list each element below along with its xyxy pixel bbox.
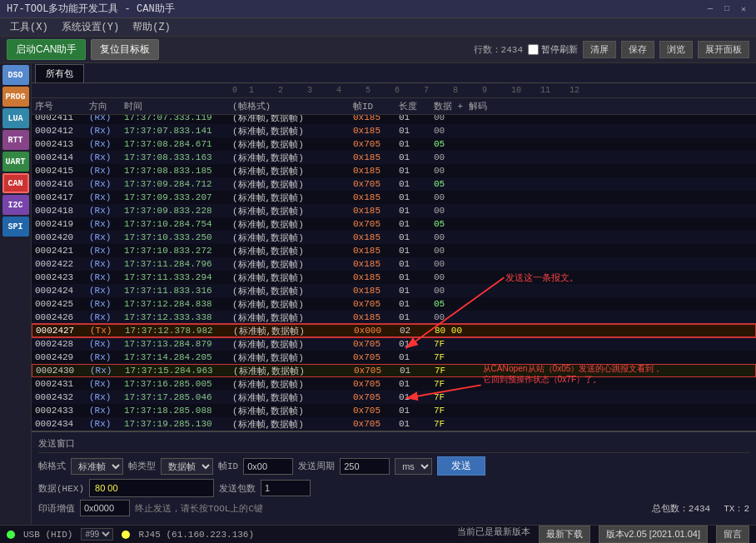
- table-row[interactable]: 0002415 (Rx) 17:37:08.833.185 (标准帧,数据帧) …: [32, 164, 756, 177]
- cell-seqno: 0002424: [35, 286, 89, 296]
- cell-id: 0x705: [353, 352, 399, 362]
- expand-panel-button[interactable]: 展开面板: [698, 41, 749, 58]
- column-numbers: 0 1 2 3 4 5 6 7 8 9 10 11 12: [32, 83, 756, 98]
- cell-time: 17:37:15.284.963: [125, 366, 233, 376]
- table-row[interactable]: 0002425 (Rx) 17:37:12.284.838 (标准帧,数据帧) …: [32, 297, 756, 311]
- table-row[interactable]: 0002417 (Rx) 17:37:09.333.207 (标准帧,数据帧) …: [32, 191, 756, 204]
- table-row[interactable]: 0002427 (Tx) 17:37:12.378.982 (标准帧,数据帧) …: [32, 324, 756, 337]
- sidebar-item-lua[interactable]: LUA: [2, 108, 29, 128]
- frame-type-select[interactable]: 数据帧: [161, 458, 213, 475]
- cell-id: 0x705: [353, 179, 399, 189]
- sidebar-item-uart[interactable]: UART: [2, 152, 29, 172]
- table-row[interactable]: 0002422 (Rx) 17:37:11.284.796 (标准帧,数据帧) …: [32, 257, 756, 271]
- table-row[interactable]: 0002421 (Rx) 17:37:10.833.272 (标准帧,数据帧) …: [32, 244, 756, 257]
- cell-len: 01: [399, 166, 434, 176]
- table-row[interactable]: 0002413 (Rx) 17:37:08.284.671 (标准帧,数据帧) …: [32, 137, 756, 151]
- feedback-btn[interactable]: 留言: [716, 526, 749, 543]
- version-btn[interactable]: 版本v2.05 [2021.01.04]: [599, 526, 708, 543]
- maximize-button[interactable]: □: [721, 3, 733, 15]
- send-button[interactable]: 发送: [437, 456, 485, 476]
- table-row[interactable]: 0002423 (Rx) 17:37:11.333.294 (标准帧,数据帧) …: [32, 271, 756, 284]
- sidebar-item-rtt[interactable]: RTT: [2, 130, 29, 150]
- title-bar: H7-TOOL多功能开发工具 - CAN助手 — □ ✕: [0, 0, 756, 18]
- pause-checkbox-label[interactable]: 暂停刷新: [528, 43, 578, 56]
- menu-tools[interactable]: 工具(X): [3, 18, 55, 36]
- cell-data: 00: [434, 259, 534, 269]
- clear-screen-button[interactable]: 清屏: [583, 41, 616, 58]
- device-num-select[interactable]: #99: [81, 528, 113, 541]
- col-4: 4: [336, 86, 366, 95]
- cell-data: 7F: [434, 392, 534, 402]
- table-row[interactable]: 0002418 (Rx) 17:37:09.833.228 (标准帧,数据帧) …: [32, 204, 756, 217]
- table-row[interactable]: 0002430 (Rx) 17:37:15.284.963 (标准帧,数据帧) …: [32, 364, 756, 377]
- content-area: 所有包 0 1 2 3 4 5 6 7 8 9 10 11 12 序号 方向 时…: [32, 63, 756, 525]
- cell-dir: (Tx): [90, 326, 125, 336]
- col-7: 7: [424, 86, 453, 95]
- cell-len: 02: [400, 326, 435, 336]
- cell-len: 01: [399, 419, 434, 429]
- cell-time: 17:37:19.285.130: [124, 419, 232, 429]
- cell-len: 01: [399, 139, 434, 149]
- minimize-button[interactable]: —: [704, 3, 716, 15]
- sidebar-item-can[interactable]: CAN: [2, 173, 29, 193]
- table-row[interactable]: 0002419 (Rx) 17:37:10.284.754 (标准帧,数据帧) …: [32, 217, 756, 231]
- col-0: 0: [232, 86, 249, 95]
- download-btn[interactable]: 最新下载: [539, 526, 590, 543]
- table-row[interactable]: 0002424 (Rx) 17:37:11.833.316 (标准帧,数据帧) …: [32, 284, 756, 297]
- cell-format: (标准帧,数据帧): [233, 325, 354, 337]
- sidebar-item-i2c[interactable]: I2C: [2, 195, 29, 215]
- rj45-label: RJ45 (61.160.223.136): [138, 530, 254, 540]
- cell-format: (标准帧,数据帧): [232, 165, 353, 177]
- table-row[interactable]: 0002434 (Rx) 17:37:19.285.130 (标准帧,数据帧) …: [32, 417, 756, 431]
- table-row[interactable]: 0002429 (Rx) 17:37:14.284.205 (标准帧,数据帧) …: [32, 351, 756, 364]
- save-button[interactable]: 保存: [621, 41, 654, 58]
- usb-status-dot: [7, 531, 15, 539]
- cell-format: (标准帧,数据帧): [232, 405, 353, 417]
- cell-id: 0x185: [353, 166, 399, 176]
- table-row[interactable]: 0002414 (Rx) 17:37:08.333.163 (标准帧,数据帧) …: [32, 151, 756, 164]
- sidebar-item-prog[interactable]: PROG: [2, 87, 29, 107]
- table-row[interactable]: 0002416 (Rx) 17:37:09.284.712 (标准帧,数据帧) …: [32, 177, 756, 191]
- cell-data: 00: [434, 206, 534, 216]
- cell-data: 80 00: [435, 326, 535, 336]
- frame-id-input[interactable]: [243, 458, 293, 475]
- data-hex-input[interactable]: [89, 479, 214, 497]
- frame-format-label: 帧格式: [38, 460, 66, 472]
- cell-time: 17:37:14.284.205: [124, 352, 232, 362]
- cell-len: 01: [399, 339, 434, 349]
- cell-id: 0x705: [353, 219, 399, 229]
- table-row[interactable]: 0002432 (Rx) 17:37:17.285.046 (标准帧,数据帧) …: [32, 391, 756, 404]
- send-status-row: 印语增值 终止发送，请长按TOOL上的C键 总包数：2434 TX：2: [38, 500, 749, 516]
- table-row[interactable]: 0002426 (Rx) 17:37:12.333.338 (标准帧,数据帧) …: [32, 311, 756, 324]
- reset-target-button[interactable]: 复位目标板: [91, 39, 159, 60]
- table-area[interactable]: 序号 方向 时间 (帧格式) 帧ID 长度 数据 + 解码 0002407 (R…: [32, 98, 756, 431]
- pause-checkbox[interactable]: [528, 44, 539, 55]
- cell-seqno: 0002422: [35, 259, 89, 269]
- browse-button[interactable]: 浏览: [659, 41, 693, 58]
- table-row[interactable]: 0002420 (Rx) 17:37:10.333.250 (标准帧,数据帧) …: [32, 231, 756, 244]
- send-count-input[interactable]: [261, 480, 311, 496]
- send-period-unit-select[interactable]: ms: [395, 458, 432, 475]
- table-row[interactable]: 0002433 (Rx) 17:37:18.285.088 (标准帧,数据帧) …: [32, 404, 756, 417]
- table-row[interactable]: 0002431 (Rx) 17:37:16.285.005 (标准帧,数据帧) …: [32, 377, 756, 391]
- close-button[interactable]: ✕: [738, 3, 749, 15]
- cell-format: (标准帧,数据帧): [232, 378, 353, 391]
- cell-format: (标准帧,数据帧): [232, 192, 353, 204]
- sidebar-item-spi[interactable]: SPI: [2, 217, 29, 237]
- increment-input[interactable]: [80, 500, 130, 516]
- start-can-button[interactable]: 启动CAN助手: [7, 39, 86, 60]
- menu-help[interactable]: 帮助(Z): [126, 18, 177, 36]
- cell-dir: (Rx): [89, 179, 124, 189]
- frame-format-select[interactable]: 标准帧: [71, 458, 123, 475]
- send-period-input[interactable]: [340, 458, 390, 475]
- cell-seqno: 0002415: [35, 166, 89, 176]
- table-row[interactable]: 0002412 (Rx) 17:37:07.833.141 (标准帧,数据帧) …: [32, 124, 756, 137]
- cell-data: 05: [434, 299, 534, 309]
- tab-all-packets[interactable]: 所有包: [35, 64, 84, 82]
- header-dir: 方向: [89, 100, 124, 112]
- rj45-status-dot: [122, 531, 130, 539]
- menu-settings[interactable]: 系统设置(Y): [55, 18, 127, 36]
- table-row[interactable]: 0002428 (Rx) 17:37:13.284.879 (标准帧,数据帧) …: [32, 337, 756, 351]
- sidebar-item-dso[interactable]: DSO: [2, 65, 29, 85]
- cell-dir: (Rx): [89, 272, 124, 282]
